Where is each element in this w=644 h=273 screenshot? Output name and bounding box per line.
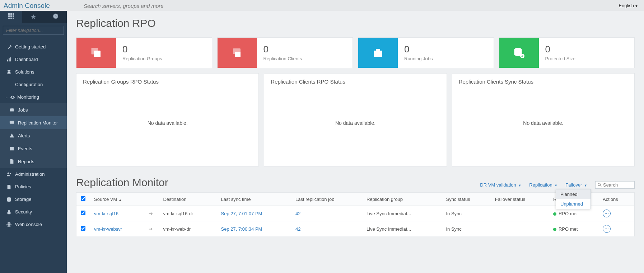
svg-rect-8 [13, 18, 14, 19]
nav-label: Monitoring [17, 94, 39, 100]
tab-apps[interactable] [0, 11, 22, 23]
monitor-icon [8, 120, 16, 125]
kpi-running-jobs[interactable]: 0Running Jobs [358, 37, 494, 68]
rpo-label: RPO met [559, 211, 578, 216]
cell-sync: In Sync [442, 221, 490, 237]
cell-group: Live Sync Immediat... [362, 221, 442, 237]
kpi-protected-size[interactable]: 0Protected Size [499, 37, 635, 68]
col-last-job[interactable]: Last replication job [291, 193, 362, 206]
col-select-all[interactable] [76, 193, 90, 206]
nav-label: Getting started [15, 44, 46, 50]
report-icon [8, 159, 16, 164]
nav-administration[interactable]: Administration [0, 168, 67, 180]
row-checkbox[interactable] [81, 211, 85, 215]
grid-icon [8, 13, 14, 20]
global-search-wrap [81, 1, 619, 10]
col-group[interactable]: Replication group [362, 193, 442, 206]
failover-option-planned[interactable]: Planned [556, 189, 591, 199]
failover-dropdown: Planned Unplanned [556, 189, 591, 209]
svg-rect-10 [7, 60, 8, 61]
nav-monitoring[interactable]: ⌄Monitoring [0, 91, 67, 103]
eye-icon [10, 95, 15, 100]
panel-row: Replication Groups RPO StatusNo data ava… [76, 73, 635, 166]
col-actions: Actions [598, 193, 634, 206]
nav-configuration[interactable]: Configuration [0, 78, 67, 91]
nav-dashboard[interactable]: Dashboard [0, 53, 67, 66]
nav-jobs[interactable]: Jobs [0, 103, 67, 116]
svg-point-15 [8, 172, 9, 174]
kpi-replication-groups[interactable]: 0Replication Groups [76, 37, 212, 68]
cell-sync: In Sync [442, 206, 490, 221]
panel-body: No data available. [83, 85, 252, 161]
lock-icon [5, 210, 13, 215]
sort-asc-icon: ▲ [118, 198, 122, 202]
status-dot-icon [553, 228, 556, 231]
source-link[interactable]: vm-kr-websvr [94, 226, 122, 232]
nav-solutions[interactable]: Solutions [0, 66, 67, 78]
panel-clients-rpo: Replication Clients RPO StatusNo data av… [264, 73, 447, 166]
tools-icon [5, 44, 13, 50]
select-all-checkbox[interactable] [81, 196, 85, 201]
global-search-input[interactable] [81, 2, 267, 10]
nav-alerts[interactable]: Alerts [0, 129, 67, 142]
monitor-search-input[interactable] [603, 182, 632, 188]
nav-policies[interactable]: Policies [0, 180, 67, 193]
panel-clients-sync: Replication Clients Sync StatusNo data a… [452, 73, 635, 166]
svg-rect-6 [8, 18, 10, 19]
nav-events[interactable]: Events [0, 142, 67, 155]
nav-label: Solutions [15, 69, 34, 75]
action-drvm-validation[interactable]: DR VM validation ▼ [480, 182, 521, 188]
nav-web-console[interactable]: Web console [0, 218, 67, 231]
caret-down-icon: ▼ [554, 184, 557, 187]
action-replication[interactable]: Replication ▼ [529, 182, 557, 188]
nav-getting-started[interactable]: Getting started [0, 41, 67, 53]
failover-option-unplanned[interactable]: Unplanned [556, 199, 591, 209]
nav-label: Alerts [18, 133, 30, 138]
last-sync-link[interactable]: Sep 27, 7:01:07 PM [221, 211, 262, 216]
nav-label: Storage [15, 197, 32, 202]
nav-filter-wrap [0, 23, 67, 38]
row-menu-button[interactable]: ⋯ [603, 225, 611, 233]
tab-favorites[interactable]: ★ [22, 11, 45, 23]
monitor-search[interactable] [595, 181, 635, 189]
language-selector[interactable]: English▼ [619, 3, 644, 8]
svg-rect-18 [8, 212, 11, 214]
last-sync-link[interactable]: Sep 27, 7:00:34 PM [221, 226, 262, 232]
last-job-link[interactable]: 42 [295, 226, 300, 232]
nav-label: Administration [15, 171, 45, 177]
nav-label: Reports [18, 159, 34, 164]
row-checkbox[interactable] [81, 226, 85, 231]
col-failover[interactable]: Failover status [491, 193, 549, 206]
nav-storage[interactable]: Storage [0, 193, 67, 206]
col-source[interactable]: Source VM▲ [90, 193, 144, 206]
kpi-replication-clients[interactable]: 0Replication Clients [217, 37, 353, 68]
kpi-value: 0 [263, 44, 353, 54]
kpi-tile-icon [218, 38, 257, 68]
col-last-sync[interactable]: Last sync time [216, 193, 291, 206]
cell-rpo: RPO met [549, 221, 598, 237]
nav-reports[interactable]: Reports [0, 155, 67, 168]
caret-down-icon: ▼ [635, 4, 638, 8]
source-link[interactable]: vm-kr-sql16 [94, 211, 118, 216]
row-menu-button[interactable]: ⋯ [603, 210, 611, 217]
svg-rect-1 [10, 13, 12, 15]
grid-header-row: Source VM▲ Destination Last sync time La… [76, 193, 635, 206]
action-failover[interactable]: Failover ▼ [565, 182, 587, 188]
last-job-link[interactable]: 42 [295, 211, 300, 216]
nav-replication-monitor[interactable]: Replication Monitor [0, 116, 67, 129]
svg-rect-12 [10, 57, 11, 61]
cell-failover [491, 221, 549, 237]
caret-down-icon: ▼ [518, 184, 521, 187]
nav-label: Configuration [15, 82, 43, 87]
col-destination[interactable]: Destination [159, 193, 216, 206]
col-sync[interactable]: Sync status [442, 193, 490, 206]
monitor-actions: DR VM validation ▼ Replication ▼ Failove… [480, 181, 635, 189]
cell-destination: vm-kr-sql16-dr [159, 206, 216, 221]
tab-recent[interactable] [45, 11, 67, 23]
globe-icon [5, 222, 13, 227]
nav-filter-input[interactable] [3, 26, 64, 35]
svg-rect-7 [10, 18, 12, 19]
nav-security[interactable]: Security [0, 206, 67, 218]
search-icon [598, 183, 602, 187]
panel-body: No data available. [459, 85, 628, 161]
